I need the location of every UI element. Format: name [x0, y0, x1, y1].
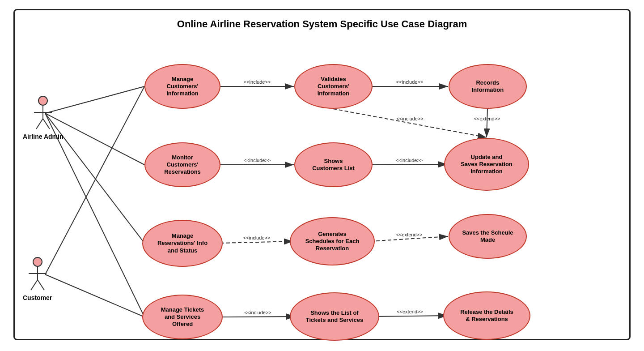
- svg-text:<<extend>>: <<extend>>: [474, 116, 500, 121]
- svg-line-18: [371, 164, 447, 165]
- svg-point-28: [38, 96, 47, 105]
- ellipse-release-details: Release the Details& Reservations: [443, 291, 530, 340]
- svg-text:<<include>>: <<include>>: [396, 158, 423, 163]
- svg-text:<<include>>: <<include>>: [396, 79, 424, 85]
- svg-line-26: [373, 316, 447, 317]
- svg-line-24: [220, 317, 295, 317]
- svg-line-37: [38, 280, 44, 290]
- ellipse-saves-schedule: Saves the ScheuleMade: [449, 214, 527, 259]
- ellipse-shows-customers: ShowsCustomers List: [294, 142, 373, 187]
- svg-text:<<include>>: <<include>>: [244, 158, 271, 163]
- diagram-title: Online Airline Reservation System Specif…: [15, 10, 629, 34]
- svg-line-12: [487, 109, 487, 137]
- actor-customer: Customer: [23, 257, 52, 301]
- svg-text:<<include>>: <<include>>: [244, 310, 271, 315]
- diagram-container: Online Airline Reservation System Specif…: [13, 9, 631, 340]
- ellipse-validates-customers: ValidatesCustomers'Information: [294, 64, 373, 109]
- ellipse-manage-reservations: ManageReservations' Infoand Status: [142, 220, 223, 267]
- svg-line-20: [220, 241, 293, 243]
- svg-text:<<include>>: <<include>>: [243, 235, 271, 240]
- svg-text:<<extend>>: <<extend>>: [396, 232, 423, 237]
- airline-admin-label: Airline Admin: [23, 133, 64, 140]
- svg-line-14: [333, 109, 487, 137]
- ellipse-manage-customers: ManageCustomers'Information: [144, 64, 220, 109]
- ellipse-monitor-reservations: MonitorCustomers'Reservations: [144, 142, 220, 187]
- svg-line-31: [36, 119, 43, 129]
- svg-line-5: [45, 113, 144, 317]
- svg-line-6: [45, 274, 144, 317]
- ellipse-records-info: RecordsInformation: [449, 64, 527, 109]
- svg-line-22: [370, 236, 448, 241]
- svg-text:<<include>>: <<include>>: [396, 116, 424, 121]
- svg-line-36: [31, 280, 38, 290]
- ellipse-manage-tickets: Manage Ticketsand ServicesOffered: [142, 295, 223, 339]
- svg-line-32: [43, 119, 50, 129]
- ellipse-generates-schedules: GeneratesSchedules for EachReservation: [290, 217, 375, 265]
- svg-text:<<include>>: <<include>>: [244, 79, 271, 85]
- svg-point-33: [33, 257, 42, 266]
- customer-label: Customer: [23, 294, 52, 301]
- svg-text:<<extend>>: <<extend>>: [397, 309, 423, 314]
- ellipse-update-saves: Update andSaves ReservationInformation: [444, 138, 529, 191]
- ellipse-shows-tickets: Shows the List ofTickets and Services: [290, 292, 379, 341]
- actor-airline-admin: Airline Admin: [23, 95, 64, 140]
